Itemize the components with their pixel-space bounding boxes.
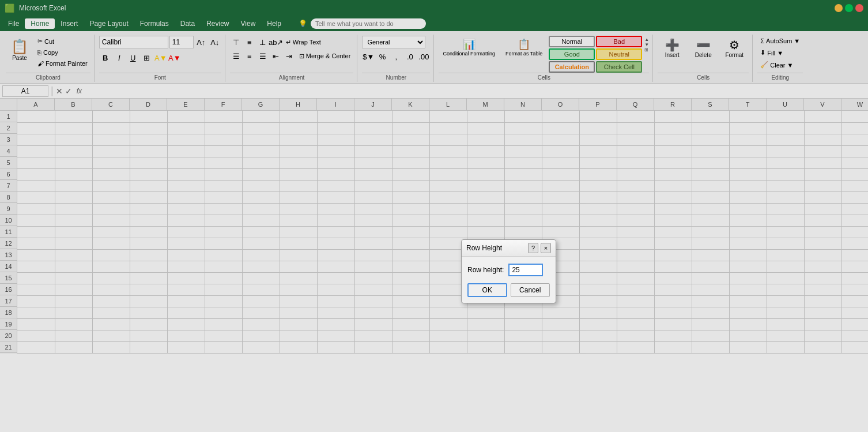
dialog-title-bar: Row Height ? × <box>462 240 556 257</box>
dialog-overlay: Row Height ? × Row height: OK Cancel <box>0 0 868 354</box>
dialog-close-button[interactable]: × <box>541 243 551 253</box>
dialog-body: Row height: OK Cancel <box>462 257 556 303</box>
dialog-buttons: OK Cancel <box>467 283 550 297</box>
dialog-cancel-button[interactable]: Cancel <box>511 283 550 297</box>
row-height-input[interactable] <box>508 264 543 276</box>
dialog-field-label: Row height: <box>467 266 504 274</box>
dialog-ok-button[interactable]: OK <box>467 283 507 297</box>
row-height-dialog: Row Height ? × Row height: OK Cancel <box>461 239 556 303</box>
dialog-title: Row Height <box>466 244 502 252</box>
dialog-field: Row height: <box>467 264 550 276</box>
dialog-help-button[interactable]: ? <box>528 243 538 253</box>
